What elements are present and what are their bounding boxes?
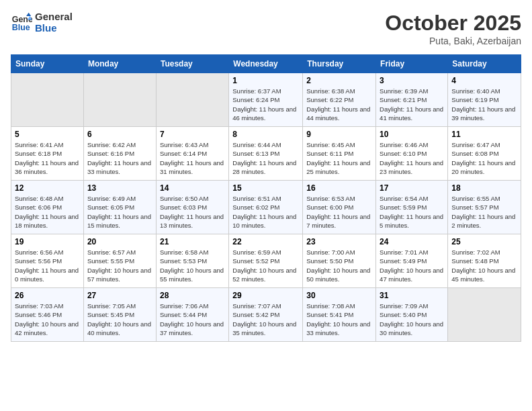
day-info: Sunrise: 6:42 AMSunset: 6:16 PMDaylight:…: [87, 140, 152, 176]
calendar-cell: 17Sunrise: 6:54 AMSunset: 5:59 PMDayligh…: [376, 181, 448, 234]
calendar-cell: 1Sunrise: 6:37 AMSunset: 6:24 PMDaylight…: [229, 73, 303, 127]
calendar-cell: [11, 73, 84, 127]
day-number: 9: [306, 130, 372, 139]
day-info: Sunrise: 6:53 AMSunset: 6:00 PMDaylight:…: [306, 194, 372, 230]
day-info: Sunrise: 7:01 AMSunset: 5:49 PMDaylight:…: [380, 248, 444, 283]
calendar-cell: [83, 73, 156, 127]
day-number: 20: [87, 237, 152, 246]
calendar-cell: 5Sunrise: 6:41 AMSunset: 6:18 PMDaylight…: [11, 127, 84, 181]
day-info: Sunrise: 6:46 AMSunset: 6:10 PMDaylight:…: [380, 140, 444, 176]
day-info: Sunrise: 7:08 AMSunset: 5:41 PMDaylight:…: [306, 302, 372, 337]
day-number: 29: [232, 291, 299, 300]
calendar-cell: 16Sunrise: 6:53 AMSunset: 6:00 PMDayligh…: [303, 181, 376, 234]
calendar-week-5: 26Sunrise: 7:03 AMSunset: 5:46 PMDayligh…: [11, 288, 521, 342]
day-info: Sunrise: 6:58 AMSunset: 5:53 PMDaylight:…: [160, 248, 225, 283]
day-info: Sunrise: 6:40 AMSunset: 6:19 PMDaylight:…: [451, 87, 517, 122]
calendar-cell: 12Sunrise: 6:48 AMSunset: 6:06 PMDayligh…: [11, 181, 84, 234]
calendar-week-1: 1Sunrise: 6:37 AMSunset: 6:24 PMDaylight…: [11, 73, 521, 127]
calendar-cell: 22Sunrise: 6:59 AMSunset: 5:52 PMDayligh…: [229, 234, 303, 288]
day-number: 31: [380, 291, 444, 300]
day-info: Sunrise: 6:43 AMSunset: 6:14 PMDaylight:…: [160, 140, 225, 176]
calendar-table: SundayMondayTuesdayWednesdayThursdayFrid…: [11, 54, 521, 342]
calendar-cell: 8Sunrise: 6:44 AMSunset: 6:13 PMDaylight…: [229, 127, 303, 181]
day-info: Sunrise: 7:05 AMSunset: 5:45 PMDaylight:…: [87, 302, 152, 337]
day-info: Sunrise: 6:50 AMSunset: 6:03 PMDaylight:…: [160, 194, 225, 230]
calendar-cell: 30Sunrise: 7:08 AMSunset: 5:41 PMDayligh…: [303, 288, 376, 342]
calendar-cell: 27Sunrise: 7:05 AMSunset: 5:45 PMDayligh…: [83, 288, 156, 342]
calendar-cell: 2Sunrise: 6:38 AMSunset: 6:22 PMDaylight…: [303, 73, 376, 127]
calendar-cell: 19Sunrise: 6:56 AMSunset: 5:56 PMDayligh…: [11, 234, 84, 288]
location-subtitle: Puta, Baki, Azerbaijan: [385, 36, 521, 46]
calendar-week-3: 12Sunrise: 6:48 AMSunset: 6:06 PMDayligh…: [11, 181, 521, 234]
day-info: Sunrise: 6:38 AMSunset: 6:22 PMDaylight:…: [306, 87, 372, 122]
day-info: Sunrise: 6:51 AMSunset: 6:02 PMDaylight:…: [232, 194, 299, 230]
day-number: 26: [15, 291, 80, 300]
col-header-sunday: Sunday: [11, 55, 84, 73]
day-number: 24: [380, 237, 444, 246]
day-number: 1: [232, 76, 299, 85]
day-number: 25: [451, 237, 517, 246]
calendar-cell: 26Sunrise: 7:03 AMSunset: 5:46 PMDayligh…: [11, 288, 84, 342]
calendar-week-2: 5Sunrise: 6:41 AMSunset: 6:18 PMDaylight…: [11, 127, 521, 181]
day-number: 13: [87, 183, 152, 193]
logo-general: General: [35, 11, 73, 22]
day-number: 5: [15, 130, 80, 139]
calendar-cell: 11Sunrise: 6:47 AMSunset: 6:08 PMDayligh…: [448, 127, 521, 181]
day-number: 27: [87, 291, 152, 300]
title-block: October 2025 Puta, Baki, Azerbaijan: [385, 11, 521, 46]
day-info: Sunrise: 7:00 AMSunset: 5:50 PMDaylight:…: [306, 248, 372, 283]
day-number: 15: [232, 183, 299, 193]
day-number: 10: [380, 130, 444, 139]
calendar-cell: 4Sunrise: 6:40 AMSunset: 6:19 PMDaylight…: [448, 73, 521, 127]
calendar-cell: 9Sunrise: 6:45 AMSunset: 6:11 PMDaylight…: [303, 127, 376, 181]
calendar-cell: 15Sunrise: 6:51 AMSunset: 6:02 PMDayligh…: [229, 181, 303, 234]
day-number: 4: [451, 76, 517, 85]
day-info: Sunrise: 6:56 AMSunset: 5:56 PMDaylight:…: [15, 248, 80, 283]
day-number: 21: [160, 237, 225, 246]
day-info: Sunrise: 6:41 AMSunset: 6:18 PMDaylight:…: [15, 140, 80, 176]
day-number: 8: [232, 130, 299, 139]
calendar-cell: 3Sunrise: 6:39 AMSunset: 6:21 PMDaylight…: [376, 73, 448, 127]
calendar-cell: 25Sunrise: 7:02 AMSunset: 5:48 PMDayligh…: [448, 234, 521, 288]
calendar-cell: 21Sunrise: 6:58 AMSunset: 5:53 PMDayligh…: [156, 234, 228, 288]
calendar-header-row: SundayMondayTuesdayWednesdayThursdayFrid…: [11, 55, 521, 73]
day-number: 12: [15, 183, 80, 193]
day-info: Sunrise: 6:48 AMSunset: 6:06 PMDaylight:…: [15, 194, 80, 230]
day-info: Sunrise: 6:54 AMSunset: 5:59 PMDaylight:…: [380, 194, 444, 230]
day-number: 30: [306, 291, 372, 300]
col-header-friday: Friday: [376, 55, 448, 73]
page-header: General Blue General Blue October 2025 P…: [11, 11, 521, 46]
day-number: 22: [232, 237, 299, 246]
day-info: Sunrise: 6:59 AMSunset: 5:52 PMDaylight:…: [232, 248, 299, 283]
calendar-cell: 29Sunrise: 7:07 AMSunset: 5:42 PMDayligh…: [229, 288, 303, 342]
day-number: 23: [306, 237, 372, 246]
logo-blue: Blue: [35, 22, 73, 34]
day-info: Sunrise: 6:57 AMSunset: 5:55 PMDaylight:…: [87, 248, 152, 283]
calendar-cell: 13Sunrise: 6:49 AMSunset: 6:05 PMDayligh…: [83, 181, 156, 234]
day-info: Sunrise: 7:03 AMSunset: 5:46 PMDaylight:…: [15, 302, 80, 337]
calendar-cell: 18Sunrise: 6:55 AMSunset: 5:57 PMDayligh…: [448, 181, 521, 234]
calendar-cell: 28Sunrise: 7:06 AMSunset: 5:44 PMDayligh…: [156, 288, 228, 342]
day-number: 17: [380, 183, 444, 193]
calendar-cell: 23Sunrise: 7:00 AMSunset: 5:50 PMDayligh…: [303, 234, 376, 288]
day-info: Sunrise: 6:39 AMSunset: 6:21 PMDaylight:…: [380, 87, 444, 122]
day-number: 11: [451, 130, 517, 139]
day-info: Sunrise: 7:07 AMSunset: 5:42 PMDaylight:…: [232, 302, 299, 337]
calendar-cell: [448, 288, 521, 342]
calendar-cell: 6Sunrise: 6:42 AMSunset: 6:16 PMDaylight…: [83, 127, 156, 181]
calendar-cell: 31Sunrise: 7:09 AMSunset: 5:40 PMDayligh…: [376, 288, 448, 342]
calendar-cell: 7Sunrise: 6:43 AMSunset: 6:14 PMDaylight…: [156, 127, 228, 181]
col-header-wednesday: Wednesday: [229, 55, 303, 73]
day-number: 3: [380, 76, 444, 85]
col-header-monday: Monday: [83, 55, 156, 73]
day-number: 2: [306, 76, 372, 85]
day-info: Sunrise: 6:47 AMSunset: 6:08 PMDaylight:…: [451, 140, 517, 176]
day-info: Sunrise: 7:06 AMSunset: 5:44 PMDaylight:…: [160, 302, 225, 337]
day-number: 19: [15, 237, 80, 246]
calendar-cell: 24Sunrise: 7:01 AMSunset: 5:49 PMDayligh…: [376, 234, 448, 288]
day-info: Sunrise: 6:55 AMSunset: 5:57 PMDaylight:…: [451, 194, 517, 230]
day-number: 14: [160, 183, 225, 193]
month-title: October 2025: [385, 11, 521, 36]
calendar-cell: 14Sunrise: 6:50 AMSunset: 6:03 PMDayligh…: [156, 181, 228, 234]
col-header-tuesday: Tuesday: [156, 55, 228, 73]
